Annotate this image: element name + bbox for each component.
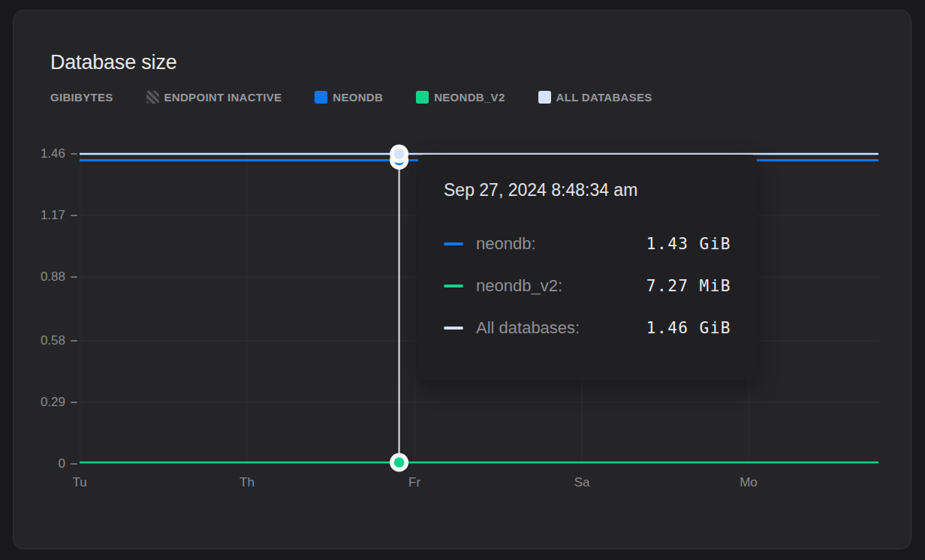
tooltip-row-value: 7.27 MiB [646, 277, 731, 295]
tooltip-row-label: neondb_v2: [476, 276, 562, 296]
x-axis: TuThFrSaMo [80, 475, 878, 493]
y-tick: 0 [59, 456, 77, 472]
x-tick-label-th: Th [240, 475, 255, 490]
neondb-swatch-icon [315, 91, 327, 104]
legend-item-neondb[interactable]: NEONDB [315, 91, 383, 104]
neondb-line-swatch-icon [444, 242, 463, 245]
y-tick-mark [71, 215, 77, 216]
card-title: Database size [50, 51, 177, 74]
y-tick-mark [71, 153, 77, 155]
tooltip-row-label: All databases: [476, 318, 580, 338]
tooltip-timestamp: Sep 27, 2024 8:48:34 am [444, 179, 731, 201]
all-databases-swatch-icon [538, 91, 551, 104]
chart-legend: GIBIBYTES ENDPOINT INACTIVE NEONDB NEOND… [50, 91, 652, 104]
legend-item-endpoint-inactive[interactable]: ENDPOINT INACTIVE [146, 91, 282, 104]
legend-item-label: NEONDB_V2 [434, 91, 505, 104]
hover-marker-dot-all-databases [394, 149, 405, 159]
x-tick-label-tu: Tu [72, 475, 86, 490]
legend-item-label: ENDPOINT INACTIVE [164, 91, 282, 104]
legend-item-all-databases[interactable]: ALL DATABASES [538, 91, 652, 104]
y-tick-label: 1.46 [41, 146, 65, 161]
x-tick-label-sa: Sa [574, 475, 590, 490]
neondb-v2-line-swatch-icon [444, 285, 463, 288]
all-databases-line-swatch-icon [444, 327, 463, 330]
chart-tooltip: Sep 27, 2024 8:48:34 am neondb: 1.43 GiB… [418, 155, 757, 380]
y-tick: 0.58 [41, 333, 77, 349]
y-tick-label: 0.29 [41, 395, 65, 410]
y-tick-label: 0.58 [41, 333, 65, 348]
legend-item-neondb-v2[interactable]: NEONDB_V2 [416, 91, 505, 104]
legend-item-label: ALL DATABASES [556, 91, 652, 104]
y-tick: 0.88 [41, 269, 77, 285]
y-axis: 1.461.170.880.580.290 [23, 142, 77, 474]
endpoint-inactive-hatch-icon [146, 91, 159, 104]
y-axis-unit-label: GIBIBYTES [50, 91, 113, 104]
y-tick-label: 1.17 [41, 208, 65, 223]
tooltip-rows: neondb: 1.43 GiB neondb_v2: 7.27 MiB All… [444, 233, 731, 339]
y-tick: 1.17 [41, 207, 77, 224]
x-tick-label-fr: Fr [408, 475, 420, 490]
tooltip-row-value: 1.43 GiB [646, 235, 731, 253]
tooltip-row-value: 1.46 GiB [646, 319, 731, 337]
y-tick-mark [71, 463, 77, 465]
y-tick-label: 0 [59, 456, 65, 471]
y-tick-mark [71, 276, 77, 278]
y-tick-mark [71, 340, 77, 342]
database-size-card: Database size GIBIBYTES ENDPOINT INACTIV… [13, 10, 911, 549]
x-tick-label-mo: Mo [740, 475, 758, 490]
hover-marker-dot-neondb-v2 [394, 457, 405, 468]
legend-item-label: NEONDB [333, 91, 383, 104]
y-tick-mark [71, 402, 77, 403]
y-tick: 0.29 [41, 394, 77, 411]
tooltip-row-label: neondb: [476, 234, 536, 254]
y-tick-label: 0.88 [41, 269, 65, 285]
neondb-v2-swatch-icon [416, 91, 429, 104]
tooltip-row-neondb: neondb: 1.43 GiB [444, 233, 731, 254]
tooltip-row-all-databases: All databases: 1.46 GiB [444, 317, 731, 339]
y-tick: 1.46 [41, 146, 77, 162]
tooltip-row-neondb-v2: neondb_v2: 7.27 MiB [444, 275, 731, 297]
